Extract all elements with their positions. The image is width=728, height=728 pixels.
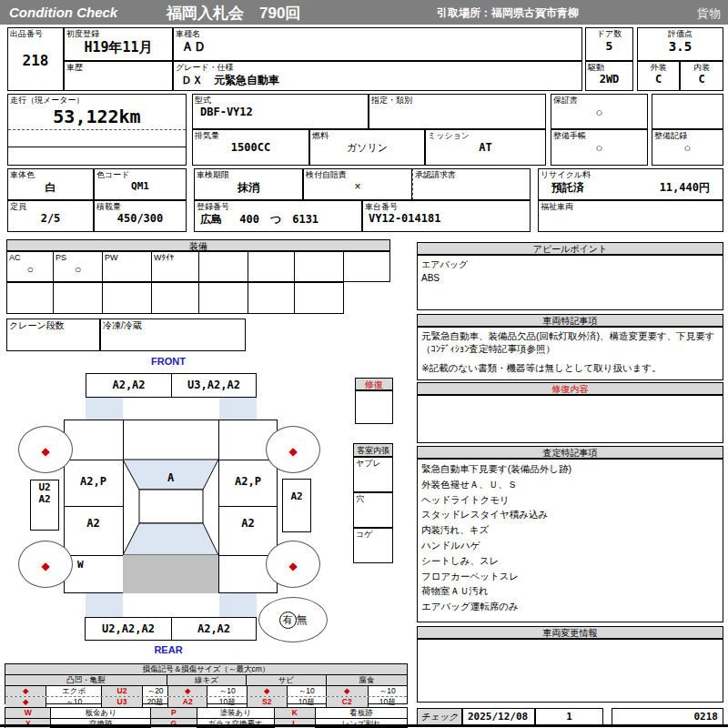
equipment-label: PW: [103, 252, 151, 263]
transmission-value: AT: [426, 141, 545, 154]
score-value: 3.5: [638, 39, 723, 54]
damage-legend-table: 損傷記号＆損傷サイズ（～最大cm） 凸凹・亀裂 線キズ サビ 腐食 ◆ エクボ …: [5, 663, 408, 704]
first-registration-label: 初度登録: [65, 28, 172, 39]
exterior-grade-label: 外装: [638, 62, 679, 73]
maintenance-book-label: 整備手帳: [551, 130, 647, 141]
registration-number-label: 登録番号: [195, 201, 361, 212]
equipment-cell-empty: [102, 282, 152, 314]
lot-number-cell: 出品番号 218: [7, 27, 64, 91]
vehicle-notes-disclaimer: ※記載のない書類・機器等は無しとして取り扱います。: [418, 357, 723, 375]
recycle-cell: リサイクル料 預託済 11,440円: [538, 168, 723, 200]
load-capacity-value: 450/300: [95, 212, 186, 225]
model-code-cell: 型式 DBF-VY12: [192, 94, 369, 129]
insurance-value: ×: [304, 180, 411, 193]
legend-code-k: K: [275, 708, 316, 718]
check-label-cell: チェック: [417, 708, 462, 725]
check-code-cell: 0218: [612, 708, 723, 725]
pillar-shade: [219, 593, 257, 617]
legend-group-scratch: 線キズ: [167, 675, 247, 685]
mileage-value: 53,122km: [8, 106, 186, 127]
bottom-rule: [0, 724, 728, 727]
panel-right-fender: A2,P: [218, 475, 278, 488]
fuel-value: ガソリン: [310, 141, 424, 155]
equipment-cell-empty: [248, 251, 295, 282]
freezer-label: 冷凍/冷蔵: [101, 319, 245, 332]
exterior-grade-value: C: [638, 73, 679, 86]
legend-cell: ～10: [369, 686, 408, 696]
crane-label: クレーン段数: [7, 319, 99, 332]
divider: [8, 147, 186, 147]
diamond-icon: ◆: [168, 686, 208, 696]
body-color-cell: 車体色 白: [7, 168, 94, 200]
diamond-icon: ◆: [327, 686, 368, 696]
inspection-cell: 車検期限 抹消: [194, 168, 303, 200]
doors-cell: ドア数 5: [585, 27, 633, 61]
grade-cell: グレード・仕様 ＤＸ 元緊急自動車: [173, 61, 582, 91]
panel-front-bumper-left: A2,A2: [86, 373, 172, 398]
capacity-cell: 定員 2/5: [7, 200, 94, 232]
wheel-rear-right: ◆: [266, 541, 320, 588]
brand-logo: Condition Check: [9, 5, 117, 20]
repair-details-box: [417, 395, 723, 443]
capacity-label: 定員: [8, 201, 93, 212]
legend-code: U2: [102, 686, 143, 696]
warranty-value: ○: [551, 106, 647, 119]
lot-number-value: 218: [8, 52, 63, 69]
equipment-cell-empty: [248, 282, 295, 314]
equipment-cell-empty: [198, 282, 248, 314]
legend-cell: 10超: [207, 697, 248, 707]
legend-code: C2: [327, 697, 368, 707]
interior-grade-cell: 内装 C: [680, 61, 723, 91]
damage-diamond-icon: ◆: [41, 560, 49, 572]
inspection-value: 抹消: [195, 180, 302, 196]
equipment-cell-empty: [151, 282, 199, 314]
fuel-label: 燃料: [310, 130, 424, 141]
change-info-header: 車両変更情報: [417, 626, 723, 639]
approval-cell: 承認請求書: [412, 168, 531, 200]
legend-title: 損傷記号＆損傷サイズ（～最大cm）: [5, 664, 407, 675]
displacement-value: 1500CC: [193, 141, 308, 154]
diagram-front-label: FRONT: [77, 356, 259, 367]
equipment-cell-empty: [294, 251, 344, 282]
equipment-label: Wﾀｲﾔ: [152, 252, 198, 263]
load-capacity-label: 積載量: [95, 201, 186, 212]
welfare-vehicle-label: 福祉車両: [539, 201, 723, 212]
drive-value: 2WD: [586, 73, 632, 86]
vehicle-notes-header: 車両特記事項: [417, 314, 723, 327]
fuel-cell: 燃料 ガソリン: [309, 129, 425, 166]
equipment-cell-wtire: Wﾀｲﾔ: [151, 251, 199, 282]
repair-details-header: 修復内容: [417, 382, 723, 395]
displacement-label: 排気量: [193, 130, 308, 141]
legend-group-rust: サビ: [247, 675, 326, 685]
legend-code: A2: [168, 697, 208, 707]
warranty-label: 保証書: [551, 95, 647, 106]
body-color-label: 車体色: [8, 169, 93, 180]
maintenance-record-value: ○: [652, 141, 723, 155]
cabin-lining-row-hole: 穴: [353, 492, 393, 528]
chassis-number-cell: 車台番号 VY12-014181: [362, 200, 531, 232]
panel-left-side: U2 A2: [30, 480, 59, 531]
body-divider: [64, 506, 123, 507]
cabin-lining-label: コゲ: [354, 529, 392, 540]
check-date-cell: 2025/12/08: [462, 708, 535, 725]
equipment-label: AC: [7, 252, 53, 263]
spare-tire-indicator: 有 無: [258, 597, 328, 642]
spare-none-label: 無: [297, 612, 308, 628]
history-label: 車歴: [65, 62, 172, 73]
history-cell: 車歴: [64, 61, 173, 91]
first-registration-cell: 初度登録 H19年11月: [64, 27, 173, 61]
chassis-number-label: 車台番号: [363, 201, 530, 212]
color-code-value: QM1: [95, 180, 186, 192]
legend-cell: ～10: [288, 686, 328, 696]
pillar-shade: [86, 593, 123, 617]
equipment-cell-ac: AC ○: [6, 251, 54, 282]
pillar-shade: [86, 398, 123, 420]
equipment-label: PS: [54, 252, 102, 263]
body-color-value: 白: [8, 180, 93, 196]
wheel-front-right: ◆: [266, 426, 320, 473]
header-bar: Condition Check 福岡入札会 790回 引取場所：福岡県古賀市青柳…: [0, 0, 728, 25]
recycle-status: 預託済: [551, 180, 584, 196]
cabin-lining-row-tear: ヤブレ: [353, 457, 393, 492]
cabin-lining-label: 穴: [354, 493, 392, 504]
legend-code-p: P: [151, 708, 197, 718]
